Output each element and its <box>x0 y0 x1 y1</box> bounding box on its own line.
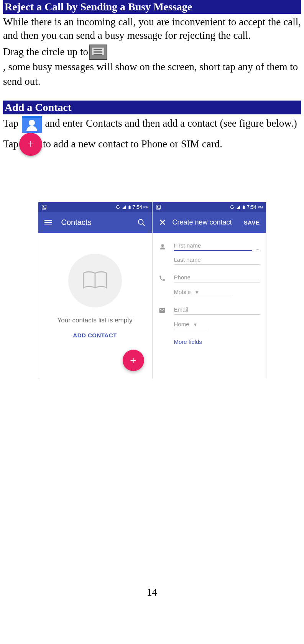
empty-state: Your contacts list is empty ADD CONTACT … <box>38 233 152 379</box>
screenshots-container: G 7:54 PM Contacts Your contacts list is… <box>3 202 301 379</box>
phone-icon <box>159 271 169 284</box>
first-name-input[interactable]: First name <box>174 239 252 251</box>
app-bar: Contacts <box>38 212 152 233</box>
fab-add-icon <box>19 133 42 156</box>
signal-icon <box>235 205 241 210</box>
svg-point-11 <box>161 244 164 247</box>
more-fields-link[interactable]: More fields <box>174 339 260 345</box>
status-bar: G 7:54 PM <box>38 202 152 212</box>
book-icon <box>68 254 122 307</box>
signal-icon <box>121 205 127 210</box>
phone-input[interactable]: Phone <box>174 271 260 282</box>
body-paragraph: Drag the circle up to , some busy messag… <box>3 45 301 89</box>
text-fragment: Tap <box>3 137 18 152</box>
network-type: G <box>230 204 234 210</box>
app-bar-title: Create new contact <box>173 218 244 226</box>
svg-line-5 <box>142 224 145 226</box>
email-input[interactable]: Email <box>174 303 260 315</box>
email-type-dropdown[interactable]: Home▼ <box>174 318 207 329</box>
phone-type-dropdown[interactable]: Mobile▼ <box>174 286 232 297</box>
page-number: 14 <box>3 586 301 606</box>
text-fragment: , some busy messages will show on the sc… <box>3 60 301 89</box>
status-bar: G 7:54 PM <box>153 202 266 212</box>
app-bar: ✕ Create new contact SAVE <box>153 212 266 233</box>
text-fragment: Drag the circle up to <box>3 45 88 59</box>
body-paragraph: While there is an incoming call, you are… <box>3 15 301 42</box>
chevron-down-icon[interactable]: ⌄ <box>255 241 260 251</box>
text-fragment: to add a new contact to Phone or SIM car… <box>43 137 222 152</box>
picture-icon <box>156 205 161 210</box>
status-pm: PM <box>143 205 149 209</box>
section-header-add-contact: Add a Contact <box>3 101 301 114</box>
battery-icon <box>128 205 131 210</box>
svg-point-1 <box>43 206 44 207</box>
svg-rect-2 <box>128 206 130 209</box>
status-time: 7:54 <box>247 204 256 210</box>
email-icon <box>159 303 169 316</box>
close-icon[interactable]: ✕ <box>159 217 166 228</box>
save-button[interactable]: SAVE <box>244 219 260 226</box>
text-fragment: Tap <box>3 117 18 129</box>
svg-rect-10 <box>243 205 244 206</box>
message-icon <box>89 45 107 60</box>
contact-form: First name ⌄ Last name Phone Mobile▼ <box>153 233 266 379</box>
last-name-input[interactable]: Last name <box>174 253 260 265</box>
svg-rect-3 <box>129 205 130 206</box>
picture-icon <box>41 205 47 210</box>
person-icon <box>159 239 169 253</box>
body-paragraph: Tap to add a new contact to Phone or SIM… <box>3 133 301 156</box>
status-time: 7:54 <box>133 204 142 210</box>
add-contact-button[interactable]: ADD CONTACT <box>48 332 143 339</box>
fab-add-button[interactable]: + <box>123 350 144 371</box>
svg-rect-9 <box>243 206 245 209</box>
svg-point-8 <box>157 206 158 207</box>
body-paragraph: Tap and enter Contacts and then add a co… <box>3 116 301 133</box>
hamburger-menu-icon[interactable] <box>44 220 52 225</box>
network-type: G <box>116 204 120 210</box>
search-icon[interactable] <box>137 218 146 227</box>
battery-icon <box>242 205 246 210</box>
app-bar-title: Contacts <box>61 218 137 227</box>
screenshot-contacts: G 7:54 PM Contacts Your contacts list is… <box>38 202 152 379</box>
text-fragment: and enter Contacts and then add a contac… <box>45 117 297 129</box>
svg-point-4 <box>138 220 143 225</box>
screenshot-create-contact: G 7:54 PM ✕ Create new contact SAVE <box>152 202 266 379</box>
empty-state-text: Your contacts list is empty <box>48 317 143 324</box>
contacts-app-icon <box>22 116 42 133</box>
status-pm: PM <box>258 205 263 209</box>
section-header-reject-call: Reject a Call by Sending a Busy Message <box>3 0 301 14</box>
